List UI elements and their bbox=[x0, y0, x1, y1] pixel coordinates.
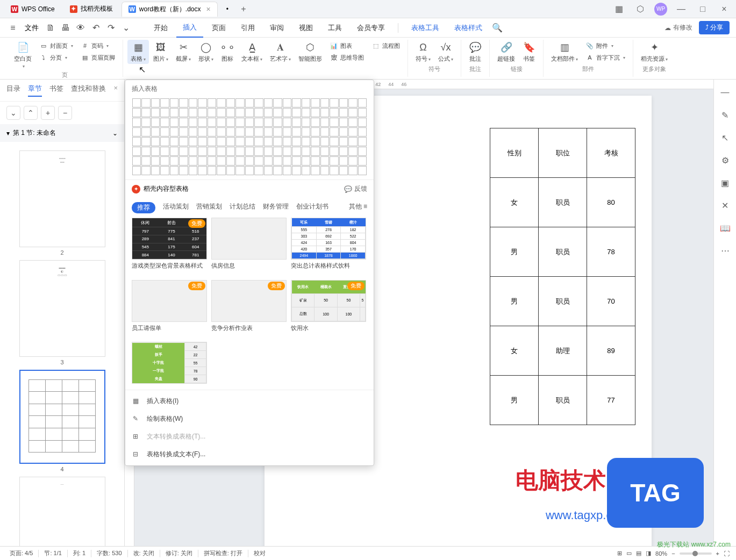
menu-table-style[interactable]: 表格样式 bbox=[448, 18, 489, 38]
grid-cell[interactable] bbox=[330, 98, 339, 107]
grid-cell[interactable] bbox=[283, 98, 292, 107]
grid-cell[interactable] bbox=[311, 108, 320, 117]
grid-cell[interactable] bbox=[254, 156, 263, 166]
grid-cell[interactable] bbox=[132, 118, 141, 127]
grid-cell[interactable] bbox=[292, 127, 301, 137]
resource-button[interactable]: ✦稻壳资源▾ bbox=[638, 40, 671, 64]
file-menu[interactable]: 文件 bbox=[22, 23, 42, 33]
grid-cell[interactable] bbox=[132, 147, 141, 156]
grid-cell[interactable] bbox=[170, 127, 179, 137]
grid-cell[interactable] bbox=[311, 166, 320, 175]
grid-cell[interactable] bbox=[160, 108, 169, 117]
grid-cell[interactable] bbox=[358, 156, 367, 166]
grid-cell[interactable] bbox=[151, 118, 160, 127]
grid-cell[interactable] bbox=[302, 98, 311, 107]
header-footer-button[interactable]: ▤页眉页脚 bbox=[77, 52, 118, 63]
grid-cell[interactable] bbox=[217, 118, 226, 127]
grid-cell[interactable] bbox=[292, 137, 301, 146]
view-mode-icon[interactable]: ▭ bbox=[626, 550, 632, 557]
nav-tab-bookmark[interactable]: 书签 bbox=[49, 84, 63, 97]
zoom-level[interactable]: 80% bbox=[655, 550, 667, 557]
more-icon[interactable]: ⌄ bbox=[119, 21, 132, 34]
avatar[interactable]: WP bbox=[654, 3, 667, 16]
template-tab[interactable]: 财务管理 bbox=[263, 202, 289, 213]
grid-cell[interactable] bbox=[235, 147, 245, 156]
grid-cell[interactable] bbox=[189, 156, 198, 166]
menu-tools[interactable]: 工具 bbox=[321, 18, 348, 38]
grid-cell[interactable] bbox=[226, 127, 235, 137]
menu-reference[interactable]: 引用 bbox=[234, 18, 261, 38]
grid-cell[interactable] bbox=[245, 166, 254, 175]
grid-cell[interactable] bbox=[264, 118, 273, 127]
grid-cell[interactable] bbox=[151, 137, 160, 146]
nav-add-button[interactable]: + bbox=[41, 106, 55, 120]
grid-cell[interactable] bbox=[141, 127, 151, 137]
document-tab[interactable]: W word教程（新）.docx × bbox=[122, 2, 218, 17]
grid-cell[interactable] bbox=[189, 147, 198, 156]
page-thumbnail[interactable]: — 5 bbox=[0, 477, 124, 546]
grid-cell[interactable] bbox=[302, 166, 311, 175]
more-icon[interactable]: ⋯ bbox=[719, 244, 732, 257]
grid-cell[interactable] bbox=[160, 156, 169, 166]
grid-cell[interactable] bbox=[330, 108, 339, 117]
grid-cell[interactable] bbox=[132, 108, 141, 117]
grid-cell[interactable] bbox=[235, 166, 245, 175]
grid-cell[interactable] bbox=[208, 108, 217, 117]
grid-cell[interactable] bbox=[320, 166, 330, 175]
grid-cell[interactable] bbox=[348, 147, 358, 156]
grid-cell[interactable] bbox=[311, 98, 320, 107]
grid-cell[interactable] bbox=[320, 137, 330, 146]
grid-cell[interactable] bbox=[339, 108, 348, 117]
grid-cell[interactable] bbox=[302, 156, 311, 166]
minimize-button[interactable]: — bbox=[674, 2, 689, 17]
grid-cell[interactable] bbox=[235, 156, 245, 166]
grid-cell[interactable] bbox=[358, 118, 367, 127]
tools-icon[interactable]: ✕ bbox=[719, 199, 732, 212]
grid-cell[interactable] bbox=[160, 166, 169, 175]
grid-cell[interactable] bbox=[330, 147, 339, 156]
grid-cell[interactable] bbox=[189, 108, 198, 117]
grid-cell[interactable] bbox=[358, 127, 367, 137]
grid-cell[interactable] bbox=[226, 137, 235, 146]
grid-cell[interactable] bbox=[189, 127, 198, 137]
textbox-button[interactable]: A̲文本框▾ bbox=[238, 40, 266, 64]
grid-cell[interactable] bbox=[254, 98, 263, 107]
grid-cell[interactable] bbox=[226, 98, 235, 107]
grid-cell[interactable] bbox=[320, 156, 330, 166]
pagenum-button[interactable]: #页码▾ bbox=[77, 40, 118, 52]
grid-cell[interactable] bbox=[198, 137, 207, 146]
grid-cell[interactable] bbox=[245, 108, 254, 117]
cover-button[interactable]: ▭封面页▾ bbox=[36, 40, 76, 52]
grid-cell[interactable] bbox=[302, 108, 311, 117]
symbol-button[interactable]: Ω符号▾ bbox=[412, 40, 434, 64]
grid-cell[interactable] bbox=[339, 127, 348, 137]
grid-cell[interactable] bbox=[132, 98, 141, 107]
grid-cell[interactable] bbox=[141, 118, 151, 127]
grid-cell[interactable] bbox=[170, 98, 179, 107]
nav-tab-toc[interactable]: 目录 bbox=[6, 84, 20, 97]
table-button[interactable]: ▦表格▾ bbox=[127, 40, 149, 64]
template-item[interactable]: 免费 员工请假单 bbox=[132, 280, 207, 338]
grid-cell[interactable] bbox=[170, 118, 179, 127]
grid-cell[interactable] bbox=[320, 147, 330, 156]
grid-cell[interactable] bbox=[208, 137, 217, 146]
grid-cell[interactable] bbox=[170, 166, 179, 175]
template-item[interactable]: 供房信息 bbox=[211, 218, 287, 276]
grid-cell[interactable] bbox=[320, 118, 330, 127]
grid-cell[interactable] bbox=[226, 156, 235, 166]
grid-cell[interactable] bbox=[273, 118, 282, 127]
grid-cell[interactable] bbox=[132, 156, 141, 166]
pagebreak-button[interactable]: ⤵分页▾ bbox=[36, 52, 76, 63]
draw-table-option[interactable]: ✎绘制表格(W) bbox=[125, 410, 374, 428]
settings-icon[interactable]: ⚙ bbox=[719, 154, 732, 167]
grid-cell[interactable] bbox=[273, 127, 282, 137]
grid-icon[interactable]: ▦ bbox=[611, 2, 626, 17]
grid-cell[interactable] bbox=[283, 127, 292, 137]
grid-cell[interactable] bbox=[283, 108, 292, 117]
grid-cell[interactable] bbox=[198, 147, 207, 156]
icon-button[interactable]: ⚬⚬图标 bbox=[218, 40, 237, 64]
table-to-text-option[interactable]: ⊟表格转换成文本(F)... bbox=[125, 446, 374, 463]
grid-cell[interactable] bbox=[311, 137, 320, 146]
template-item[interactable]: 饮用水桶装水直饮水矿泉50505总数100100免费 饮用水 bbox=[291, 280, 366, 338]
grid-cell[interactable] bbox=[330, 137, 339, 146]
